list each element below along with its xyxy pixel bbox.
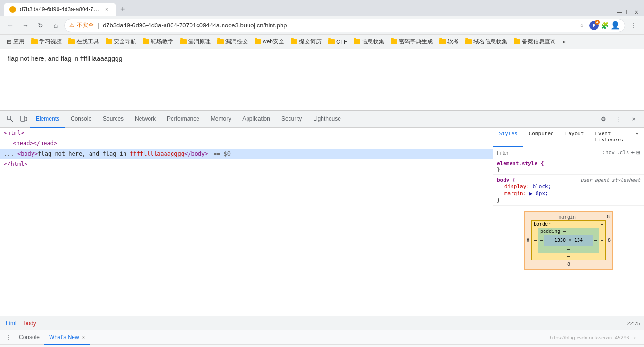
folder-icon <box>465 39 472 44</box>
tab-performance[interactable]: Performance <box>161 111 205 128</box>
bookmark-info-collect[interactable]: 信息收集 <box>351 37 387 47</box>
folder-icon <box>106 39 112 44</box>
bookmark-resume[interactable]: 提交简历 <box>288 37 324 47</box>
bookmark-password-dict[interactable]: 密码字典生成 <box>388 37 436 47</box>
content-size: 1350 × 134 <box>554 238 583 243</box>
padding-bottom-label: – <box>538 246 599 253</box>
back-button[interactable]: ← <box>4 19 17 32</box>
new-tab-button[interactable]: + <box>116 3 129 16</box>
html-close-tag: </html> <box>4 161 28 167</box>
close-window-button[interactable]: × <box>635 8 638 16</box>
tab-elements[interactable]: Elements <box>30 111 65 128</box>
tab-console[interactable]: Console <box>65 111 97 128</box>
bookmark-more[interactable]: » <box>560 37 569 47</box>
bookmark-security-nav[interactable]: 安全导航 <box>103 37 139 47</box>
tab-title: d7b3da49-6d96-4d3a-a804-7… <box>20 6 99 13</box>
home-button[interactable]: ⌂ <box>49 19 62 32</box>
html-open-tag: <html> <box>4 130 24 136</box>
bookmark-star-button[interactable]: ☆ <box>576 20 587 31</box>
dom-line-body[interactable]: ... <body>flag not here, and flag in fff… <box>0 149 493 159</box>
tab-network[interactable]: Network <box>129 111 161 128</box>
bookmark-ctf[interactable]: CTF <box>325 37 350 47</box>
puzzle-icon[interactable]: 🧩 <box>601 22 609 29</box>
devtools-toolbar: Elements Console Sources Network Perform… <box>0 111 644 128</box>
devtools-settings-button[interactable]: ⚙ <box>597 113 610 126</box>
tab-security[interactable]: Security <box>276 111 307 128</box>
breadcrumb-body[interactable]: body <box>22 319 38 328</box>
drawer-tab-close-button[interactable]: × <box>82 334 85 340</box>
minimize-button[interactable]: ─ <box>617 8 622 16</box>
dom-line-head[interactable]: <head></head> <box>0 138 493 149</box>
filter-hover-option[interactable]: :hov <box>602 149 615 156</box>
margin-right-val: 8 <box>606 237 612 244</box>
bookmark-vuln-submit[interactable]: 漏洞提交 <box>215 37 251 47</box>
dom-line-html-close[interactable]: </html> <box>0 159 493 169</box>
bookmark-icp-query[interactable]: 备案信息查询 <box>511 37 559 47</box>
body-flag-text: ffffllllaaaagggg <box>130 150 184 157</box>
tab-styles[interactable]: Styles <box>493 128 523 147</box>
dom-line-html-open[interactable]: <html> <box>0 128 493 138</box>
bookmark-study-video[interactable]: 学习视频 <box>28 37 65 47</box>
dom-ellipsis: ... <box>4 150 17 157</box>
tab-sources[interactable]: Sources <box>97 111 129 128</box>
bookmark-apps[interactable]: ⊞ 应用 <box>4 37 27 47</box>
browser-tab[interactable]: d7b3da49-6d96-4d3a-a804-7… × <box>4 3 116 16</box>
inspect-element-button[interactable] <box>4 113 17 126</box>
address-bar[interactable]: ⚠ 不安全 | d7b3da49-6d96-4d3a-a804-70701c09… <box>64 19 625 32</box>
tab-layout[interactable]: Layout <box>560 128 590 147</box>
tab-application[interactable]: Application <box>237 111 276 128</box>
styles-panel-tabs: Styles Computed Layout Event Listeners » <box>493 128 644 147</box>
extension-icon[interactable]: P 4 <box>589 21 599 30</box>
border-bottom-label: – <box>532 253 605 260</box>
style-close-brace-element: } <box>497 166 640 173</box>
folder-icon <box>180 39 187 44</box>
styles-filter-input[interactable] <box>497 150 600 156</box>
tab-event-listeners[interactable]: Event Listeners <box>589 128 629 147</box>
padding-right-val: – <box>599 237 605 244</box>
drawer-menu-button[interactable]: ⋮ <box>4 332 14 343</box>
body-close-tag: </body> <box>184 150 208 157</box>
folder-icon <box>291 39 297 44</box>
devtools-close-button[interactable]: × <box>627 113 640 126</box>
maximize-button[interactable]: ☐ <box>626 9 631 16</box>
tab-close-button[interactable]: × <box>103 6 110 13</box>
bookmark-label: 漏洞提交 <box>225 38 248 46</box>
chrome-menu-button[interactable]: ⋮ <box>627 19 640 32</box>
filter-add-option[interactable]: + <box>631 149 635 156</box>
padding-left-val: – <box>532 237 538 244</box>
selected-indicator: == $0 <box>214 150 231 157</box>
drawer-tab-console[interactable]: Console <box>14 330 44 345</box>
folder-icon <box>31 39 38 44</box>
folder-icon <box>354 39 360 44</box>
devtools-more-button[interactable]: ⋮ <box>612 113 625 126</box>
drawer-tab-whats-new[interactable]: What's New × <box>44 330 90 345</box>
bookmark-label: 域名信息收集 <box>473 38 507 46</box>
tab-computed[interactable]: Computed <box>523 128 560 147</box>
content-right-val: – <box>593 237 599 244</box>
drawer-console-label: Console <box>19 334 40 340</box>
url-text[interactable]: d7b3da49-6d96-4d3a-a804-70701c09444a.nod… <box>103 22 573 29</box>
reload-button[interactable]: ↻ <box>34 19 47 32</box>
bookmark-web-security[interactable]: web安全 <box>252 37 287 47</box>
styles-filter-bar: :hov .cls + ⊞ <box>493 147 644 158</box>
tab-memory[interactable]: Memory <box>205 111 237 128</box>
folder-icon <box>143 39 149 44</box>
filter-cls-option[interactable]: .cls <box>617 149 629 156</box>
profile-icon[interactable]: 👤 <box>611 21 620 30</box>
tab-lighthouse[interactable]: Lighthouse <box>307 111 347 128</box>
body-display-prop: display: block; <box>497 183 640 190</box>
bookmark-soft-exam[interactable]: 软考 <box>437 37 462 47</box>
bookmark-vuln-principle[interactable]: 漏洞原理 <box>177 37 214 47</box>
bookmark-target-range[interactable]: 靶场教学 <box>140 37 176 47</box>
bookmark-online-tools[interactable]: 在线工具 <box>66 37 102 47</box>
filter-layout-option[interactable]: ⊞ <box>636 149 640 156</box>
bookmark-label: 提交简历 <box>299 38 322 46</box>
devtools-panel: Elements Console Sources Network Perform… <box>0 110 644 330</box>
breadcrumb-html[interactable]: html <box>4 319 18 328</box>
bookmark-domain-info[interactable]: 域名信息收集 <box>462 37 510 47</box>
more-label: » <box>562 39 566 45</box>
tab-styles-more[interactable]: » <box>629 128 644 147</box>
forward-button[interactable]: → <box>19 19 32 32</box>
device-toggle-button[interactable] <box>17 113 30 126</box>
bookmark-label: 学习视频 <box>39 38 62 46</box>
